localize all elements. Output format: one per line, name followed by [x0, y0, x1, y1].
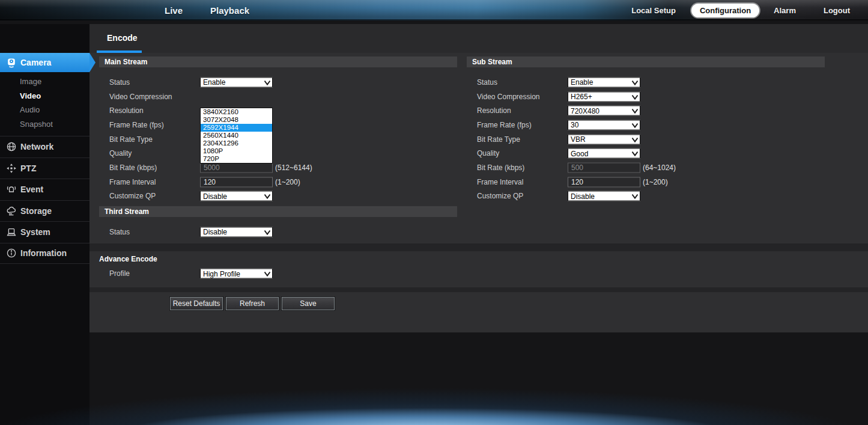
field-label: Frame Rate (fps) — [477, 121, 532, 129]
third-status-row: Status Disable — [99, 225, 457, 239]
chevron-down-icon — [631, 136, 639, 142]
chevron-down-icon — [631, 94, 639, 100]
chevron-down-icon — [631, 108, 639, 114]
camera-icon — [5, 57, 18, 68]
sub-status-select[interactable]: Enable — [568, 77, 640, 87]
field-label: Bit Rate Type — [477, 135, 520, 144]
sub-status-row: Status Enable — [467, 75, 825, 90]
nav-right-group: Local Setup Configuration Alarm Logout — [631, 0, 850, 20]
sidebar: Camera Image Video Audio Snapshot Networ… — [0, 24, 90, 425]
chevron-down-icon — [264, 229, 271, 235]
main-customize-qp-row: Customize QP Disable — [99, 189, 457, 204]
resolution-option[interactable]: 720P — [201, 155, 272, 163]
field-label: Customize QP — [109, 192, 156, 200]
sidebar-item-storage[interactable]: Storage — [0, 200, 90, 222]
sidebar-item-event[interactable]: Event — [0, 179, 90, 200]
field-hint: (512~6144) — [275, 164, 312, 172]
field-label: Customize QP — [477, 192, 523, 200]
advance-encode-title: Advance Encode — [99, 255, 157, 263]
sub-quality-row: Quality Good — [467, 146, 825, 161]
chevron-down-icon — [631, 194, 639, 200]
field-label: Frame Interval — [109, 178, 156, 186]
system-icon — [5, 227, 18, 237]
chevron-down-icon — [264, 194, 271, 200]
sub-resolution-row: Resolution 720X480 — [467, 103, 825, 118]
nav-alarm[interactable]: Alarm — [774, 6, 796, 15]
sidebar-item-snapshot[interactable]: Snapshot — [0, 117, 90, 132]
resolution-option[interactable]: 2304X1296 — [201, 139, 272, 147]
tab-strip: Encode — [90, 24, 868, 53]
sidebar-item-camera[interactable]: Camera — [0, 53, 90, 72]
section-separator — [90, 287, 868, 292]
camera-submenu: Image Video Audio Snapshot — [0, 72, 90, 136]
sub-video-compression-row: Video Compression H265+ — [467, 90, 825, 104]
main-frame-rate-row: Frame Rate (fps) — [99, 118, 457, 132]
sub-bit-rate-type-select[interactable]: VBR — [568, 134, 640, 144]
main-quality-row: Quality Good — [99, 146, 457, 161]
main-resolution-row: Resolution — [99, 103, 457, 118]
chevron-down-icon — [264, 271, 271, 277]
field-hint: (64~1024) — [643, 164, 676, 172]
main-bit-rate-type-row: Bit Rate Type — [99, 132, 457, 147]
chevron-down-icon — [631, 79, 639, 85]
profile-select[interactable]: High Profile — [200, 269, 273, 279]
resolution-option-selected[interactable]: 2592X1944 — [201, 124, 272, 132]
sub-bit-rate-row: Bit Rate (kbps) (64~1024) — [467, 161, 825, 175]
resolution-options-list: 3840X2160 3072X2048 2592X1944 2560X1440 … — [200, 108, 273, 164]
nav-playback[interactable]: Playback — [207, 5, 253, 16]
sidebar-item-label: Event — [20, 185, 43, 194]
sidebar-item-system[interactable]: System — [0, 221, 90, 243]
field-label: Bit Rate (kbps) — [477, 164, 524, 172]
sidebar-item-network[interactable]: Network — [0, 136, 90, 157]
main-frame-interval-row: Frame Interval (1~200) — [99, 175, 457, 189]
sub-quality-select[interactable]: Good — [568, 148, 640, 159]
sidebar-item-video[interactable]: Video — [0, 89, 90, 103]
field-label: Resolution — [477, 106, 511, 115]
nav-left-group: Live Playback — [161, 0, 253, 20]
field-hint: (1~200) — [643, 178, 668, 186]
save-button[interactable]: Save — [282, 297, 335, 310]
sub-customize-qp-select[interactable]: Disable — [568, 191, 640, 201]
field-label: Frame Rate (fps) — [109, 121, 164, 129]
refresh-button[interactable]: Refresh — [226, 297, 279, 310]
tab-active-underline — [97, 50, 142, 53]
main-status-select[interactable]: Enable — [200, 77, 273, 87]
resolution-option[interactable]: 3840X2160 — [201, 108, 272, 116]
nav-local-setup[interactable]: Local Setup — [631, 6, 676, 15]
nav-configuration[interactable]: Configuration — [691, 4, 759, 17]
section-header: Sub Stream — [467, 57, 825, 67]
section-separator — [90, 243, 868, 251]
main-customize-qp-select[interactable]: Disable — [200, 191, 273, 201]
nav-live[interactable]: Live — [161, 5, 186, 16]
main-frame-interval-input[interactable] — [200, 177, 273, 187]
sub-frame-interval-row: Frame Interval (1~200) — [467, 175, 825, 189]
sidebar-item-audio[interactable]: Audio — [0, 103, 90, 117]
sub-resolution-select[interactable]: 720X480 — [568, 106, 640, 116]
field-label: Quality — [109, 149, 132, 157]
field-label: Bit Rate (kbps) — [109, 164, 157, 172]
sub-frame-interval-input[interactable] — [568, 177, 640, 187]
third-stream-section: Third Stream Status Disable — [99, 206, 457, 239]
sub-bit-rate-input — [568, 162, 640, 173]
nav-logout[interactable]: Logout — [824, 6, 850, 15]
chevron-down-icon — [631, 122, 639, 128]
main-bit-rate-row: Bit Rate (kbps) (512~6144) — [99, 161, 457, 175]
resolution-option[interactable]: 3072X2048 — [201, 116, 272, 124]
tab-encode[interactable]: Encode — [97, 24, 148, 50]
sidebar-item-image[interactable]: Image — [0, 75, 90, 89]
sub-video-compression-select[interactable]: H265+ — [568, 91, 640, 102]
sidebar-item-information[interactable]: Information — [0, 243, 90, 264]
network-icon — [5, 141, 18, 152]
sub-frame-rate-select[interactable]: 30 — [568, 120, 640, 130]
main-bit-rate-input — [200, 162, 273, 173]
field-label: Video Compression — [477, 93, 540, 101]
reset-defaults-button[interactable]: Reset Defaults — [170, 297, 223, 310]
sidebar-item-label: Camera — [20, 58, 51, 67]
field-hint: (1~200) — [275, 178, 300, 186]
chevron-down-icon — [631, 151, 639, 157]
resolution-option[interactable]: 2560X1440 — [201, 132, 272, 139]
field-label: Status — [109, 228, 130, 236]
sidebar-item-ptz[interactable]: PTZ — [0, 157, 90, 179]
third-status-select[interactable]: Disable — [200, 227, 273, 237]
resolution-option[interactable]: 1080P — [201, 147, 272, 155]
